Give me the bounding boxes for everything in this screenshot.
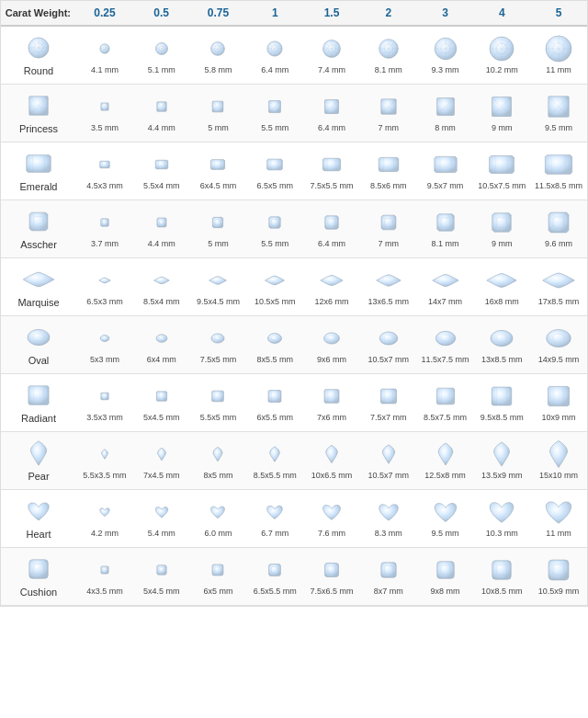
size-label-heart-1: 5.4 mm [148,529,175,539]
size-cell-princess-2: 5 mm [190,89,247,137]
size-label-radiant-8: 10x9 mm [542,413,576,423]
size-cell-asscher-7: 9 mm [473,205,530,253]
shape-label-emerald: Emerald [1,146,76,196]
size-cell-emerald-3: 6.5x5 mm [246,147,303,195]
size-label-princess-7: 9 mm [492,123,513,133]
size-cell-round-7: 10.2 mm [473,31,530,79]
svg-marker-249 [212,391,224,402]
size-cell-cushion-2: 6x5 mm [190,553,247,600]
diamond-img-cushion-6 [432,556,459,584]
diamond-img-marquise-3 [261,267,288,294]
diamond-img-marquise-1 [148,267,175,294]
svg-marker-150 [27,155,51,173]
diamond-img-cushion-8 [545,556,572,584]
size-label-heart-4: 7.6 mm [318,529,345,539]
diamond-size-chart: Carat Weight: 0.25 0.5 0.75 1 1.5 2 3 4 … [0,0,588,607]
diamond-img-round-2 [204,35,232,63]
size-cell-oval-1: 6x4 mm [133,321,190,369]
svg-marker-258 [380,389,396,404]
svg-marker-200 [325,216,338,229]
size-label-emerald-0: 4.5x3 mm [86,181,123,191]
size-cell-radiant-8: 10x9 mm [530,379,587,427]
size-label-oval-6: 11.5x7.5 mm [422,355,469,365]
svg-rect-284 [436,562,453,578]
size-cell-princess-8: 9.5 mm [530,89,587,137]
diamond-img-pear-2 [204,440,232,468]
shape-label-asscher: Asscher [1,204,76,254]
size-cell-cushion-5: 8x7 mm [360,553,417,600]
size-label-pear-7: 13.5x9 mm [481,471,523,481]
size-cell-heart-0: 4.2 mm [76,495,133,542]
svg-marker-177 [546,155,572,175]
size-label-radiant-2: 5.5x5 mm [200,413,237,423]
size-cell-radiant-6: 8.5x7.5 mm [417,379,474,427]
shape-row-emerald: Emerald 4.5x3 mm 5.5x4 mm 6x4.5 mm 6.5x5 [1,142,587,200]
size-cell-marquise-2: 9.5x4.5 mm [190,263,247,311]
size-cell-oval-4: 9x6 mm [303,321,360,369]
diamond-img-oval-2 [204,325,232,352]
svg-marker-196 [269,217,280,228]
diamond-img-asscher-1 [148,209,175,236]
diamond-img-princess-6 [432,93,459,120]
size-cell-emerald-8: 11.5x8.5 mm [530,147,587,195]
size-cell-oval-8: 14x9.5 mm [530,321,587,369]
diamond-img-radiant-4 [318,382,345,410]
size-label-cushion-3: 6.5x5.5 mm [254,587,297,597]
size-label-cushion-7: 10x8.5 mm [481,587,523,597]
diamond-img-heart-7 [488,498,515,526]
svg-marker-212 [492,213,511,232]
size-label-oval-1: 6x4 mm [147,355,176,365]
size-cell-radiant-2: 5.5x5 mm [190,379,247,427]
svg-marker-240 [28,386,49,405]
diamond-img-emerald-0 [91,151,119,178]
diamond-img-cushion-3 [261,556,288,584]
size-label-heart-6: 9.5 mm [432,529,459,539]
svg-point-226 [211,334,224,343]
diamond-img-asscher-5 [375,209,402,236]
size-cell-round-6: 9.3 mm [417,31,474,79]
diamond-img-radiant-1 [148,382,175,410]
shape-icon-emerald [25,150,52,177]
size-label-cushion-2: 6x5 mm [203,587,232,597]
size-label-pear-8: 15x10 mm [539,471,578,481]
shape-name-asscher: Asscher [20,239,57,250]
size-label-heart-0: 4.2 mm [91,529,119,539]
size-cell-cushion-1: 5x4.5 mm [133,553,190,600]
svg-marker-252 [268,391,281,403]
diamond-img-pear-3 [261,440,288,468]
weight-7: 4 [473,6,530,19]
size-cell-asscher-4: 6.4 mm [303,205,360,253]
svg-marker-208 [436,214,453,231]
size-label-asscher-3: 5.5 mm [261,239,288,249]
diamond-img-round-1 [148,35,175,63]
diamond-img-marquise-2 [204,267,232,294]
diamond-img-heart-1 [148,498,175,526]
size-label-pear-2: 8x5 mm [203,471,232,481]
diamond-img-oval-3 [261,325,288,352]
svg-rect-282 [381,563,396,577]
svg-marker-264 [492,387,512,405]
shape-label-heart: Heart [1,494,76,543]
size-cell-marquise-8: 17x8.5 mm [530,263,587,311]
size-label-round-7: 10.2 mm [486,65,518,75]
size-cell-round-5: 8.1 mm [360,31,417,79]
size-cell-marquise-4: 12x6 mm [303,263,360,311]
size-cell-emerald-6: 9.5x7 mm [417,147,474,195]
size-cell-radiant-7: 9.5x8.5 mm [473,379,530,427]
size-cell-pear-1: 7x4.5 mm [133,437,190,484]
size-cell-round-2: 5.8 mm [190,31,247,79]
size-label-marquise-0: 6.5x3 mm [86,297,123,307]
size-label-heart-2: 6.0 mm [204,529,232,539]
size-cell-princess-6: 8 mm [417,89,474,137]
size-cell-oval-6: 11.5x7.5 mm [417,321,474,369]
size-label-pear-1: 7x4.5 mm [143,471,180,481]
weight-8: 5 [530,6,587,19]
shape-row-oval: Oval 5x3 mm 6x4 mm 7.5x5 mm 8x5.5 mm [1,316,587,374]
diamond-img-princess-7 [488,93,515,120]
size-label-asscher-2: 5 mm [208,239,229,249]
shape-name-princess: Princess [19,123,58,134]
weight-4: 1.5 [303,6,360,19]
size-label-round-2: 5.8 mm [204,65,232,75]
size-cell-marquise-5: 13x6.5 mm [360,263,417,311]
size-label-marquise-3: 10.5x5 mm [254,297,296,307]
